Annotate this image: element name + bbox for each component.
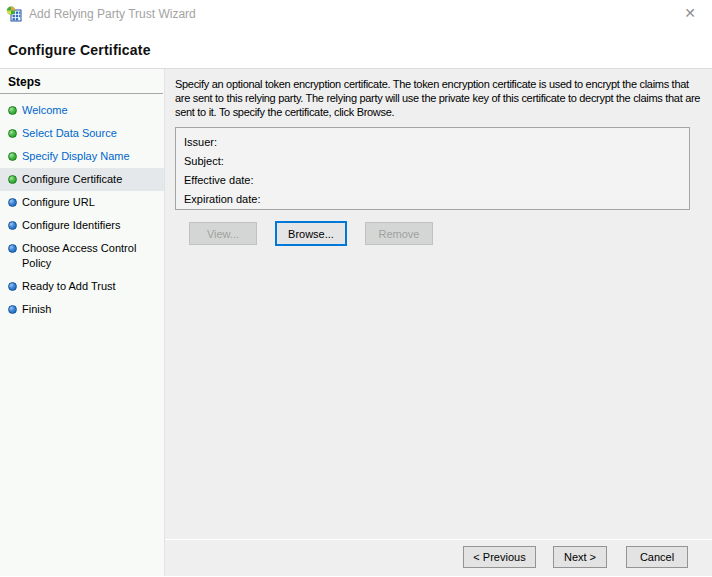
previous-button[interactable]: < Previous <box>463 546 536 568</box>
step-pending-icon <box>8 198 17 207</box>
step-done-icon <box>8 129 17 138</box>
certificate-field-issuer: Issuer: <box>184 133 689 152</box>
sidebar-item-welcome[interactable]: Welcome <box>0 99 164 122</box>
step-done-icon <box>8 106 17 115</box>
step-pending-icon <box>8 282 17 291</box>
step-pending-icon <box>8 221 17 230</box>
sidebar-item-specify-display-name[interactable]: Specify Display Name <box>0 145 164 168</box>
footer-buttons: < Previous Next > Cancel <box>463 546 688 568</box>
step-done-icon <box>8 152 17 161</box>
close-icon[interactable]: ✕ <box>678 2 702 24</box>
steps-heading: Steps <box>0 75 163 94</box>
window-title: Add Relying Party Trust Wizard <box>29 7 196 21</box>
steps-sidebar: Steps Welcome Select Data Source Specify… <box>0 69 165 576</box>
page-heading-bar: Configure Certificate <box>0 27 712 69</box>
cancel-button[interactable]: Cancel <box>626 546 688 568</box>
remove-button: Remove <box>365 222 433 245</box>
sidebar-item-finish: Finish <box>0 298 164 321</box>
certificate-actions: View... Browse... Remove <box>175 221 703 246</box>
title-bar: Add Relying Party Trust Wizard ✕ <box>0 0 712 27</box>
step-pending-icon <box>8 244 17 253</box>
sidebar-item-configure-identifiers: Configure Identifiers <box>0 214 164 237</box>
page-title: Configure Certificate <box>8 42 151 58</box>
certificate-field-effective-date: Effective date: <box>184 171 689 190</box>
browse-button[interactable]: Browse... <box>275 221 347 246</box>
steps-list: Welcome Select Data Source Specify Displ… <box>0 99 164 321</box>
certificate-details-box: Issuer: Subject: Effective date: Expirat… <box>175 127 690 210</box>
step-description: Specify an optional token encryption cer… <box>175 77 703 119</box>
step-current-icon <box>8 175 17 184</box>
wizard-window: Add Relying Party Trust Wizard ✕ Configu… <box>0 0 712 577</box>
certificate-field-expiration-date: Expiration date: <box>184 190 689 209</box>
certificate-field-subject: Subject: <box>184 152 689 171</box>
sidebar-item-configure-url: Configure URL <box>0 191 164 214</box>
adfs-icon <box>6 6 22 22</box>
step-pending-icon <box>8 305 17 314</box>
main-content: Specify an optional token encryption cer… <box>165 69 712 576</box>
sidebar-item-choose-access-control-policy: Choose Access Control Policy <box>0 237 164 275</box>
sidebar-item-ready-to-add-trust: Ready to Add Trust <box>0 275 164 298</box>
sidebar-item-select-data-source[interactable]: Select Data Source <box>0 122 164 145</box>
footer-divider <box>165 539 712 540</box>
view-button: View... <box>189 222 257 245</box>
next-button[interactable]: Next > <box>553 546 607 568</box>
sidebar-item-configure-certificate: Configure Certificate <box>0 168 164 191</box>
